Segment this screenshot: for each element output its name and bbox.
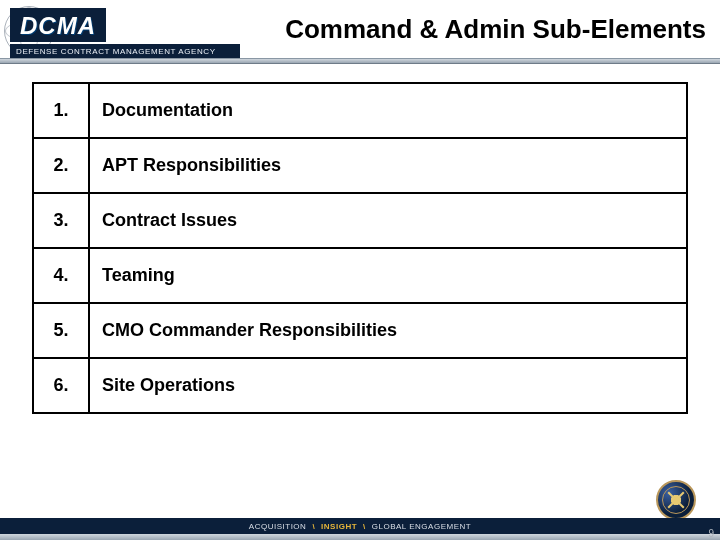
row-label: Site Operations bbox=[89, 358, 687, 413]
table-row: 5. CMO Commander Responsibilities bbox=[33, 303, 687, 358]
table-row: 1. Documentation bbox=[33, 83, 687, 138]
agency-seal-icon bbox=[656, 480, 696, 520]
row-label: Documentation bbox=[89, 83, 687, 138]
table-row: 6. Site Operations bbox=[33, 358, 687, 413]
row-number: 6. bbox=[33, 358, 89, 413]
page-number: 9 bbox=[708, 528, 714, 539]
table-row: 2. APT Responsibilities bbox=[33, 138, 687, 193]
footer-separator: \ bbox=[312, 522, 315, 531]
footer-word: ACQUISITION bbox=[249, 522, 307, 531]
slide-header: DCMA DEFENSE CONTRACT MANAGEMENT AGENCY … bbox=[0, 0, 720, 70]
footer-tagline: ACQUISITION \ INSIGHT \ GLOBAL ENGAGEMEN… bbox=[0, 518, 720, 534]
header-divider bbox=[0, 58, 720, 64]
footer-divider bbox=[0, 534, 720, 540]
agency-name-bar: DEFENSE CONTRACT MANAGEMENT AGENCY bbox=[10, 44, 240, 58]
content-area: 1. Documentation 2. APT Responsibilities… bbox=[32, 82, 688, 414]
row-number: 5. bbox=[33, 303, 89, 358]
row-number: 2. bbox=[33, 138, 89, 193]
row-label: APT Responsibilities bbox=[89, 138, 687, 193]
row-number: 3. bbox=[33, 193, 89, 248]
row-number: 4. bbox=[33, 248, 89, 303]
row-number: 1. bbox=[33, 83, 89, 138]
sub-elements-table: 1. Documentation 2. APT Responsibilities… bbox=[32, 82, 688, 414]
row-label: Teaming bbox=[89, 248, 687, 303]
slide-footer: ACQUISITION \ INSIGHT \ GLOBAL ENGAGEMEN… bbox=[0, 518, 720, 540]
footer-word: INSIGHT bbox=[321, 522, 357, 531]
footer-word: GLOBAL ENGAGEMENT bbox=[372, 522, 471, 531]
footer-separator: \ bbox=[363, 522, 366, 531]
logo-text: DCMA bbox=[10, 8, 106, 42]
page-title: Command & Admin Sub-Elements bbox=[285, 14, 706, 45]
row-label: Contract Issues bbox=[89, 193, 687, 248]
table-row: 4. Teaming bbox=[33, 248, 687, 303]
table-row: 3. Contract Issues bbox=[33, 193, 687, 248]
row-label: CMO Commander Responsibilities bbox=[89, 303, 687, 358]
